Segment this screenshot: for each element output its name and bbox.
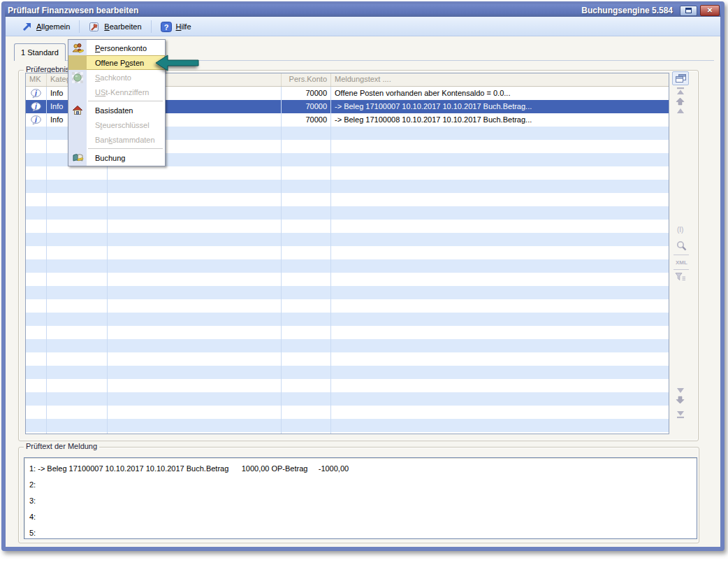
search-icon[interactable]: [676, 241, 687, 251]
table-row[interactable]: [26, 233, 669, 246]
cell-mk: i: [26, 100, 47, 113]
table-row[interactable]: [26, 419, 669, 432]
menubar-separator: [79, 20, 80, 33]
cell-meldungstext: [331, 379, 669, 392]
menu-item-offene-posten[interactable]: Offene Posten: [68, 55, 165, 70]
table-row[interactable]: [26, 299, 669, 313]
cell-kategorie: [47, 326, 108, 339]
table-row[interactable]: [26, 406, 669, 419]
copy-icon[interactable]: [672, 71, 689, 85]
brackets-icon[interactable]: (I): [677, 226, 683, 234]
cell-kategorie: [47, 193, 108, 206]
cell-perskonto: [282, 392, 331, 406]
scroll-last-icon[interactable]: [676, 410, 685, 419]
cell-mk: [26, 153, 47, 166]
column-header-perskonto[interactable]: Pers.Konto: [282, 73, 331, 86]
cell-meldungstext: [331, 299, 669, 313]
menubar-item-label: Allgemein: [36, 22, 70, 31]
table-row[interactable]: [26, 246, 669, 259]
cell-mk: [26, 206, 47, 220]
scroll-next-icon[interactable]: [676, 396, 685, 404]
info-icon: i: [31, 115, 41, 125]
cell-mk: [26, 273, 47, 286]
cell-kategorie: [47, 220, 108, 233]
svg-text:i: i: [35, 89, 37, 96]
cell-extra: [108, 246, 282, 259]
menu-item-bankstammdaten: Bankstammdaten: [68, 132, 165, 147]
table-row[interactable]: [26, 286, 669, 299]
prueftext-listbox[interactable]: 1: -> Beleg 17100007 10.10.2017 10.10.20…: [24, 457, 697, 539]
menu-item-personenkonto[interactable]: Personenkonto: [68, 41, 165, 55]
table-row[interactable]: [26, 166, 669, 180]
cell-mk: [26, 339, 47, 352]
cell-kategorie: [47, 286, 108, 299]
sphere-icon: [68, 70, 87, 85]
table-row[interactable]: [26, 352, 669, 366]
menubar-item-allgemein[interactable]: Allgemein: [15, 20, 76, 33]
menu-item-label: Bankstammdaten: [87, 136, 155, 144]
cell-kategorie: [47, 313, 108, 326]
cell-kategorie: [47, 246, 108, 259]
cell-mk: [26, 352, 47, 366]
cell-mk: [26, 419, 47, 432]
cell-perskonto: [282, 206, 331, 220]
cell-kategorie: [47, 392, 108, 406]
xml-icon[interactable]: XML: [676, 259, 687, 266]
table-row[interactable]: [26, 273, 669, 286]
close-button[interactable]: ✕: [700, 5, 720, 16]
cell-kategorie: [47, 339, 108, 352]
info-icon: i: [31, 102, 41, 112]
column-header-mk[interactable]: MK: [26, 73, 47, 86]
table-row[interactable]: [26, 339, 669, 352]
cell-kategorie: [47, 299, 108, 313]
cell-meldungstext: [331, 392, 669, 406]
cell-kategorie: [47, 273, 108, 286]
scroll-up-icon[interactable]: [676, 97, 685, 106]
cell-meldungstext: [331, 140, 669, 153]
menu-item-label: Buchung: [87, 154, 125, 162]
cell-mk: [26, 432, 47, 434]
cell-extra: [108, 339, 282, 352]
scroll-first-icon[interactable]: [676, 87, 685, 95]
column-header-meldungstext[interactable]: Meldungstext ....: [331, 73, 669, 86]
cell-meldungstext: [331, 259, 669, 273]
toolbar-separator: [674, 255, 689, 255]
menubar-item-bearbeiten[interactable]: Bearbeiten: [82, 20, 147, 34]
table-row[interactable]: [26, 313, 669, 326]
table-row[interactable]: [26, 392, 669, 406]
cell-mk: [26, 166, 47, 180]
cell-mk: [26, 299, 47, 313]
table-row[interactable]: [26, 206, 669, 220]
table-row[interactable]: [26, 326, 669, 339]
cell-extra: [108, 286, 282, 299]
cell-meldungstext: [331, 286, 669, 299]
table-row[interactable]: [26, 259, 669, 273]
table-row[interactable]: [26, 180, 669, 193]
cell-meldungstext: -> Beleg 17100008 10.10.2017 10.10.2017 …: [331, 113, 669, 127]
menu-item-buchung[interactable]: Buchung: [68, 150, 165, 165]
scroll-down-icon[interactable]: [676, 387, 685, 394]
tab-standard[interactable]: 1 Standard: [14, 43, 66, 61]
filter-icon[interactable]: [675, 272, 686, 281]
cell-meldungstext: [331, 406, 669, 419]
menubar-item-label: Hilfe: [176, 22, 191, 31]
cell-perskonto: [282, 352, 331, 366]
toolbar-separator: [674, 269, 689, 270]
prueftext-line: 5:: [24, 525, 697, 539]
table-row[interactable]: [26, 432, 669, 434]
cell-perskonto: [282, 193, 331, 206]
persons-icon: [68, 41, 87, 55]
cell-extra: [108, 233, 282, 246]
cell-perskonto: [282, 406, 331, 419]
table-row[interactable]: [26, 379, 669, 392]
table-row[interactable]: [26, 193, 669, 206]
restore-button[interactable]: [680, 6, 697, 16]
cell-extra: [108, 366, 282, 379]
scroll-prev-icon[interactable]: [676, 108, 685, 114]
menubar-item-hilfe[interactable]: ?Hilfe: [154, 20, 198, 34]
cell-extra: [108, 299, 282, 313]
menu-item-basisdaten[interactable]: Basisdaten: [68, 103, 165, 117]
cell-extra: [108, 259, 282, 273]
table-row[interactable]: [26, 220, 669, 233]
table-row[interactable]: [26, 366, 669, 379]
